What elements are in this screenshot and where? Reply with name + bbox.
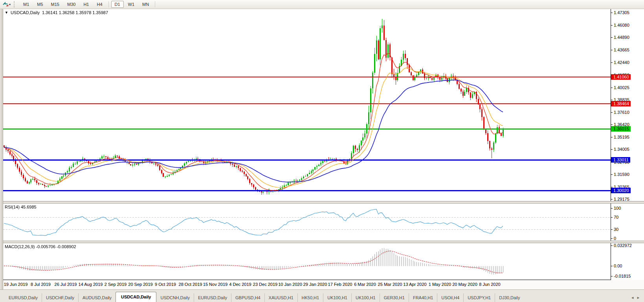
timeframe-button-m5[interactable]: M5 [33, 1, 46, 8]
chart-tab-xauusd-h1[interactable]: XAUUSD,H1 [264, 293, 297, 302]
price-axis-tick: 1.42440 [611, 60, 629, 65]
macd-plot[interactable]: MACD(12,26,9) -0.005706 -0.008902 [3, 243, 611, 280]
time-axis-label: 20 May 2020 [452, 282, 477, 287]
time-axis-label: 13 Apr 2020 [403, 282, 426, 287]
hline-price-label: 1.36015 [611, 126, 631, 132]
chart-tab-fra40-h1[interactable]: FRA40,H1 [409, 293, 437, 302]
tab-scroll-left-icon[interactable]: ◄ [631, 296, 634, 300]
timeframe-button-m1[interactable]: M1 [20, 1, 33, 8]
rsi-axis-tick: 70 [611, 215, 618, 220]
top-toolbar: ▾ M1M5M15M30H1H4D1W1MN [0, 0, 644, 9]
chart-tab-hk50-h1[interactable]: HK50,H1 [297, 293, 323, 302]
time-axis-label: 25 Mar 2020 [378, 282, 402, 287]
chart-tab-bar: EURUSD,DailyUSDCHF,DailyAUDUSD,DailyUSDC… [0, 289, 644, 302]
timeframe-button-h1[interactable]: H1 [80, 1, 92, 8]
rsi-axis-tick: 0 [611, 236, 616, 241]
rsi-label: RSI(14) 45.6985 [5, 205, 37, 209]
price-axis-tick: 1.40025 [611, 85, 629, 90]
rsi-canvas[interactable] [3, 203, 611, 241]
chart-tab-usoil-h4[interactable]: USOil,H4 [437, 293, 463, 302]
chart-tab-ger30-h1[interactable]: GER30,H1 [380, 293, 409, 302]
time-axis-label: 8 Jun 2020 [479, 282, 500, 287]
chart-tab-usdchf-daily[interactable]: USDCHF,Daily [42, 293, 78, 302]
time-axis-label: 4 Dec 2019 [229, 282, 251, 287]
macd-axis-tick: 0.00 [611, 264, 622, 268]
timeframe-button-h4[interactable]: H4 [93, 1, 106, 8]
time-axis-label: 26 Jul 2019 [55, 282, 77, 287]
chart-tab-gbpusd-h4[interactable]: GBPUSD,H4 [231, 293, 264, 302]
time-axis-label: 29 Jan 2020 [303, 282, 327, 287]
price-axis-tick: 1.29175 [611, 197, 629, 201]
time-axis-label: 2 Sep 2019 [105, 282, 127, 287]
toolbar-separator [155, 1, 155, 7]
macd-label: MACD(12,26,9) -0.005706 -0.008902 [5, 244, 76, 249]
price-axis-tick: 1.44890 [611, 35, 629, 40]
candlestick-canvas[interactable] [3, 9, 611, 201]
macd-axis-tick: -0.01815 [611, 274, 631, 278]
timeframe-button-m15[interactable]: M15 [48, 1, 63, 8]
rsi-axis[interactable]: 10070300 [611, 203, 644, 241]
macd-pane: MACD(12,26,9) -0.005706 -0.008902 0.0329… [3, 243, 644, 280]
chart-tab-usdcad-daily[interactable]: USDCAD,Daily [116, 292, 156, 302]
time-axis-label: 15 Nov 2019 [203, 282, 228, 287]
time-axis-labels: 19 Jun 20198 Jul 201926 Jul 201914 Aug 2… [3, 280, 611, 289]
chart-symbol-period: USDCAD,Daily [11, 10, 40, 15]
rsi-pane: RSI(14) 45.6985 10070300 [3, 203, 644, 241]
hline-price-label: 1.41060 [611, 74, 631, 80]
time-axis-label: 10 Jan 2020 [278, 282, 302, 287]
chart-tab-eurusd-daily[interactable]: EURUSD,Daily [194, 293, 231, 302]
macd-axis-tick: 0.032972 [611, 243, 632, 248]
timeframe-button-mn[interactable]: MN [139, 1, 152, 8]
toolbar-separator [108, 1, 109, 7]
tab-scroll-right-icon[interactable]: ► [637, 296, 640, 300]
chart-tab-usdcnh-daily[interactable]: USDCNH,Daily [156, 293, 194, 302]
macd-canvas[interactable] [3, 243, 611, 280]
time-axis-label: 9 Oct 2019 [155, 282, 176, 287]
timeframe-buttons: M1M5M15M30H1H4D1W1MN [19, 0, 153, 9]
rsi-axis-tick: 30 [611, 227, 618, 232]
time-axis-label: 6 Mar 2020 [354, 282, 376, 287]
chart-tab-uk100-h1[interactable]: UK100,H1 [323, 293, 351, 302]
chart-tab-uk100-h1[interactable]: UK100,H1 [351, 293, 380, 302]
price-axis-tick: 1.34005 [611, 147, 629, 152]
price-axis-tick: 1.46080 [611, 23, 629, 27]
rsi-axis-tick: 100 [611, 206, 621, 210]
chart-shell: ▼ USDCAD,Daily 1.36141 1.36258 1.35978 1… [0, 9, 644, 289]
hline-price-label: 1.30020 [611, 188, 631, 193]
chevron-down-icon[interactable]: ▾ [9, 3, 11, 6]
toolbar-drag-grip[interactable] [14, 1, 17, 7]
chart-tab-dj30-daily[interactable]: DJ30,Daily [495, 293, 524, 302]
chart-title: ▼ USDCAD,Daily 1.36141 1.36258 1.35978 1… [5, 10, 108, 15]
price-axis-tick: 1.47305 [611, 10, 629, 15]
price-axis-tick: 1.43665 [611, 48, 629, 52]
price-axis-tick: 1.35195 [611, 135, 629, 139]
arrows-tool-icon [3, 1, 8, 7]
time-axis-label: 20 Sep 2019 [128, 282, 152, 287]
left-window-gutter[interactable] [0, 9, 3, 289]
arrows-tool-button[interactable]: ▾ [1, 0, 12, 8]
price-axis-tick: 1.37610 [611, 110, 629, 115]
main-price-pane: ▼ USDCAD,Daily 1.36141 1.36258 1.35978 1… [3, 9, 644, 201]
chart-tab-usdjpy-h1[interactable]: USDJPY,H1 [463, 293, 495, 302]
macd-axis[interactable]: 0.0329720.00-0.01815 [611, 243, 644, 280]
collapse-chart-icon[interactable]: ▼ [5, 11, 8, 15]
time-axis-label: 28 Oct 2019 [179, 282, 202, 287]
time-axis[interactable]: 19 Jun 20198 Jul 201926 Jul 201914 Aug 2… [3, 280, 644, 289]
rsi-plot[interactable]: RSI(14) 45.6985 [3, 203, 611, 241]
timeframe-button-w1[interactable]: W1 [125, 1, 138, 8]
chart-tab-eurusd-daily[interactable]: EURUSD,Daily [5, 293, 42, 302]
time-axis-label: 14 Aug 2019 [79, 282, 103, 287]
price-plot[interactable]: ▼ USDCAD,Daily 1.36141 1.36258 1.35978 1… [3, 9, 611, 201]
time-axis-label: 19 Jun 2019 [4, 282, 28, 287]
hline-price-label: 1.38464 [611, 101, 631, 106]
tab-scroll-buttons: ◄► [631, 296, 642, 302]
chart-window: ▼ USDCAD,Daily 1.36141 1.36258 1.35978 1… [3, 9, 644, 289]
hline-price-label: 1.33011 [611, 157, 630, 163]
timeframe-button-m30[interactable]: M30 [64, 1, 79, 8]
chart-ohlc-values: 1.36141 1.36258 1.35978 1.35987 [42, 10, 108, 15]
chart-tab-audusd-daily[interactable]: AUDUSD,Daily [78, 293, 116, 302]
time-axis-label: 1 May 2020 [429, 282, 451, 287]
time-axis-label: 17 Feb 2020 [328, 282, 352, 287]
price-axis[interactable]: 1.473051.460801.448901.436651.424401.412… [611, 9, 644, 201]
timeframe-button-d1[interactable]: D1 [111, 1, 124, 8]
